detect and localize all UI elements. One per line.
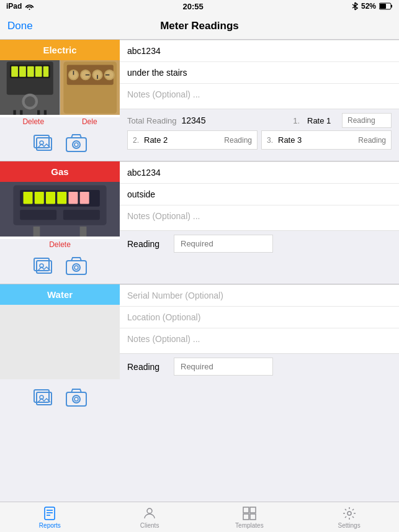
gas-serial-field[interactable]: abc1234 bbox=[120, 162, 399, 184]
water-reading-row: Reading bbox=[127, 358, 392, 376]
rate1-num: 1. bbox=[293, 116, 300, 125]
electric-delete-1[interactable]: Delete bbox=[22, 117, 44, 126]
total-reading-value: 12345 bbox=[182, 115, 206, 125]
svg-rect-11 bbox=[35, 66, 42, 77]
total-reading-label: Total Reading bbox=[127, 116, 177, 125]
done-button[interactable]: Done bbox=[7, 20, 33, 32]
water-reading-label: Reading bbox=[127, 362, 168, 372]
gas-location-field[interactable]: outside bbox=[120, 184, 399, 205]
svg-rect-73 bbox=[250, 514, 256, 520]
main-content: Electric bbox=[0, 40, 399, 446]
electric-reading-area: Total Reading 12345 1. Rate 1 2. Rate 2 … bbox=[120, 109, 399, 152]
rate2-box: 2. Rate 2 bbox=[127, 130, 258, 150]
rate3-input[interactable] bbox=[349, 136, 386, 145]
gas-camera-button[interactable] bbox=[65, 254, 88, 277]
electric-gallery-button[interactable] bbox=[32, 131, 56, 155]
tab-settings-label: Settings bbox=[338, 522, 361, 529]
electric-serial-field[interactable]: abc1234 bbox=[120, 40, 399, 62]
templates-icon bbox=[242, 506, 257, 521]
tab-reports[interactable]: Reports bbox=[0, 502, 100, 532]
gas-section: Gas bbox=[0, 161, 399, 284]
camera-icon-water bbox=[65, 386, 87, 408]
rate2-name: Rate 2 bbox=[144, 135, 212, 145]
svg-point-38 bbox=[73, 141, 80, 148]
svg-rect-17 bbox=[37, 110, 40, 115]
gas-photo-1 bbox=[0, 182, 120, 239]
svg-rect-2 bbox=[391, 5, 392, 7]
svg-rect-65 bbox=[45, 507, 55, 520]
gas-right-panel: abc1234 outside Notes (Optional) ... Rea… bbox=[120, 161, 399, 284]
svg-rect-52 bbox=[80, 227, 87, 237]
water-left-panel: Water bbox=[0, 284, 120, 415]
electric-photos bbox=[0, 60, 120, 117]
svg-rect-70 bbox=[243, 507, 249, 513]
svg-point-64 bbox=[74, 397, 78, 401]
electric-delete-row: Delete Dele bbox=[0, 117, 120, 126]
gas-notes-field[interactable]: Notes (Optional) ... bbox=[120, 205, 399, 230]
gas-reading-label: Reading bbox=[127, 239, 168, 249]
device-label: iPad bbox=[6, 2, 22, 11]
electric-notes-field[interactable]: Notes (Optional) ... bbox=[120, 84, 399, 109]
clients-icon bbox=[142, 506, 157, 521]
svg-point-69 bbox=[147, 508, 152, 513]
svg-rect-15 bbox=[13, 110, 16, 115]
svg-point-63 bbox=[73, 395, 80, 403]
rate2-input[interactable] bbox=[215, 136, 252, 145]
rate1-input[interactable] bbox=[342, 113, 392, 128]
svg-rect-37 bbox=[66, 138, 86, 151]
gas-reading-row: Reading bbox=[127, 235, 392, 253]
camera-icon-gas bbox=[65, 255, 87, 277]
gas-delete[interactable]: Delete bbox=[49, 240, 71, 249]
svg-rect-46 bbox=[57, 192, 66, 204]
svg-point-39 bbox=[74, 143, 78, 147]
status-right: 52% bbox=[352, 2, 393, 11]
status-time: 20:55 bbox=[183, 2, 204, 11]
water-reading-area: Reading bbox=[120, 354, 399, 378]
gas-label: Gas bbox=[0, 161, 120, 182]
water-serial-field[interactable]: Serial Number (Optional) bbox=[120, 285, 399, 307]
svg-rect-50 bbox=[63, 210, 100, 220]
gas-gallery-button[interactable] bbox=[32, 254, 56, 277]
svg-rect-71 bbox=[250, 507, 256, 513]
page-title: Meter Readings bbox=[160, 20, 239, 32]
electric-photo-1 bbox=[0, 60, 60, 117]
water-section: Water bbox=[0, 284, 399, 415]
tab-templates[interactable]: Templates bbox=[200, 502, 300, 532]
water-label: Water bbox=[0, 284, 120, 305]
reports-icon bbox=[42, 506, 57, 521]
electric-location-field[interactable]: under the stairs bbox=[120, 62, 399, 84]
rate2-num: 2. bbox=[133, 136, 141, 145]
electric-camera-button[interactable] bbox=[65, 131, 88, 155]
svg-rect-18 bbox=[44, 110, 47, 115]
water-notes-field[interactable]: Notes (Optional) ... bbox=[120, 328, 399, 353]
tab-templates-label: Templates bbox=[235, 522, 264, 529]
rate3-name: Rate 3 bbox=[278, 135, 346, 145]
svg-rect-45 bbox=[46, 192, 55, 204]
svg-rect-44 bbox=[35, 192, 44, 204]
water-location-field[interactable]: Location (Optional) bbox=[120, 307, 399, 328]
electric-label: Electric bbox=[0, 40, 120, 60]
rate3-num: 3. bbox=[267, 136, 276, 145]
tab-clients[interactable]: Clients bbox=[100, 502, 200, 532]
svg-rect-47 bbox=[68, 192, 78, 204]
svg-rect-16 bbox=[20, 110, 22, 115]
electric-right-panel: abc1234 under the stairs Notes (Optional… bbox=[120, 40, 399, 161]
water-camera-button[interactable] bbox=[65, 385, 88, 409]
svg-point-57 bbox=[73, 264, 80, 271]
rate3-box: 3. Rate 3 bbox=[261, 130, 392, 150]
svg-rect-10 bbox=[27, 66, 34, 77]
status-left: iPad bbox=[6, 2, 34, 11]
electric-fields: abc1234 under the stairs Notes (Optional… bbox=[120, 40, 399, 109]
svg-point-74 bbox=[347, 512, 351, 515]
rate1-name: Rate 1 bbox=[307, 116, 333, 125]
water-reading-input[interactable] bbox=[174, 358, 273, 376]
gas-reading-input[interactable] bbox=[174, 235, 273, 253]
tab-settings[interactable]: Settings bbox=[299, 502, 399, 532]
gallery-icon-gas bbox=[33, 255, 55, 277]
water-gallery-button[interactable] bbox=[32, 385, 56, 409]
electric-delete-2[interactable]: Dele bbox=[82, 117, 97, 126]
bluetooth-icon bbox=[352, 2, 358, 11]
electric-total-line: Total Reading 12345 1. Rate 1 bbox=[127, 113, 392, 128]
gas-fields: abc1234 outside Notes (Optional) ... bbox=[120, 161, 399, 231]
tab-reports-label: Reports bbox=[39, 522, 61, 529]
